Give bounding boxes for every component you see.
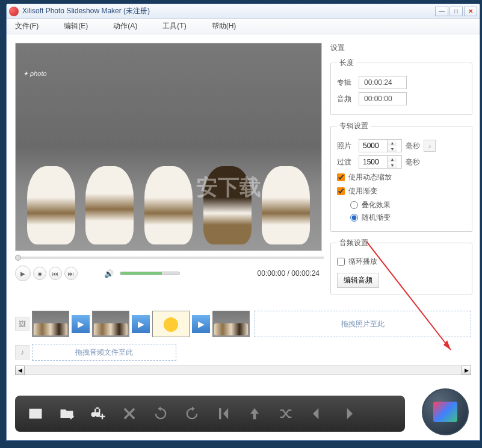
settings-heading: 设置	[330, 43, 472, 53]
timeline-thumb[interactable]	[92, 311, 129, 337]
app-window: Xilisoft Photo Slideshow Maker (未注册) — □…	[6, 4, 480, 441]
add-music-button[interactable]	[87, 403, 109, 425]
transition-marker[interactable]: ▶	[132, 315, 150, 333]
minimize-button[interactable]: —	[435, 7, 448, 16]
settings-panel: 设置 长度 专辑 00:00:24 音频 00:00:00 专辑设置 照片	[328, 34, 480, 440]
spin-down[interactable]: ▼	[388, 146, 397, 152]
spin-up[interactable]: ▲	[388, 156, 397, 162]
photo-duration-label: 照片	[337, 141, 355, 151]
photo-duration-input[interactable]	[359, 140, 387, 151]
prev-button[interactable]: ⏮	[49, 267, 62, 280]
playback-controls: ▶ ■ ⏮ ⏭ 🔊 00:00:00 / 00:00:24	[15, 266, 324, 281]
titlebar[interactable]: Xilisoft Photo Slideshow Maker (未注册) — □…	[7, 4, 480, 19]
overlay-radio[interactable]	[350, 201, 358, 209]
export-button[interactable]	[422, 388, 469, 435]
menubar: 文件(F) 编辑(E) 动作(A) 工具(T) 帮助(H)	[7, 19, 480, 34]
length-fieldset: 长度 专辑 00:00:24 音频 00:00:00	[330, 58, 472, 115]
random-label: 随机渐变	[362, 213, 391, 223]
audio-label: 音频	[337, 94, 355, 104]
fade-label: 使用渐变	[348, 186, 377, 196]
transition-duration-spinner[interactable]: ▲▼	[359, 155, 402, 169]
photo-drop-zone[interactable]: 拖拽照片至此	[255, 311, 471, 337]
move-up-button[interactable]	[244, 403, 265, 425]
watermark-text: 安下载	[196, 173, 261, 202]
puppy-image	[262, 166, 310, 244]
puppy-image	[144, 166, 193, 244]
spin-down[interactable]: ▼	[388, 162, 397, 168]
spin-up[interactable]: ▲	[388, 140, 397, 146]
edit-audio-button[interactable]: 编辑音频	[337, 273, 379, 288]
loop-checkbox[interactable]	[337, 258, 345, 266]
delete-button[interactable]	[119, 403, 140, 425]
audio-drop-zone[interactable]: 拖拽音频文件至此	[32, 344, 176, 361]
menu-action[interactable]: 动作(A)	[110, 20, 141, 33]
length-legend: 长度	[337, 58, 356, 68]
rotate-left-button[interactable]	[150, 403, 171, 425]
add-photo-button[interactable]	[25, 403, 46, 425]
timeline: 🖼 ▶ ▶ ▶ 拖拽照片至此 ♪ 拖拽音频文件至此 ◀ ▶	[15, 309, 471, 375]
bottom-toolbar	[15, 396, 405, 432]
audio-settings-legend: 音频设置	[337, 238, 371, 248]
album-settings-fieldset: 专辑设置 照片 ▲▼ 毫秒 ♪ 过渡 ▲▼ 毫秒	[330, 121, 472, 232]
music-icon-button[interactable]: ♪	[424, 140, 436, 152]
transition-marker[interactable]: ▶	[72, 315, 90, 333]
random-radio[interactable]	[350, 214, 358, 222]
maximize-button[interactable]: □	[450, 7, 463, 16]
add-folder-button[interactable]	[56, 403, 78, 425]
transition-unit: 毫秒	[406, 157, 420, 167]
volume-slider[interactable]	[120, 272, 180, 275]
audio-track-icon: ♪	[15, 345, 29, 359]
transition-marker[interactable]: ▶	[192, 315, 210, 333]
timeline-thumb[interactable]	[152, 311, 190, 337]
menu-help[interactable]: 帮助(H)	[208, 20, 240, 33]
loop-label: 循环播放	[348, 257, 377, 267]
scroll-right-button[interactable]: ▶	[462, 366, 471, 375]
next-button[interactable]: ⏭	[64, 267, 78, 280]
seek-bar[interactable]	[15, 255, 324, 261]
fade-checkbox[interactable]	[337, 187, 345, 195]
horizontal-scrollbar[interactable]: ◀ ▶	[15, 366, 471, 375]
transition-duration-label: 过渡	[337, 157, 355, 167]
menu-tools[interactable]: 工具(T)	[159, 20, 190, 33]
zoom-checkbox[interactable]	[337, 173, 345, 181]
zoom-label: 使用动态缩放	[348, 172, 392, 182]
move-left-button[interactable]	[306, 403, 328, 425]
move-right-button[interactable]	[338, 403, 359, 425]
timeline-thumb[interactable]	[212, 311, 250, 337]
transition-duration-input[interactable]	[359, 157, 387, 167]
close-button[interactable]: ✕	[464, 7, 477, 16]
puppy-image	[85, 166, 134, 244]
shuffle-button[interactable]	[275, 403, 297, 425]
album-label: 专辑	[337, 78, 355, 88]
export-icon	[433, 402, 457, 422]
overlay-label: 叠化效果	[362, 200, 391, 210]
stop-button[interactable]: ■	[33, 267, 46, 280]
puppy-image	[27, 166, 75, 244]
photo-duration-spinner[interactable]: ▲▼	[359, 139, 402, 152]
volume-icon[interactable]: 🔊	[104, 269, 114, 278]
album-time: 00:00:24	[359, 76, 407, 89]
app-icon	[9, 7, 19, 16]
play-button[interactable]: ▶	[15, 266, 31, 281]
scroll-left-button[interactable]: ◀	[15, 366, 25, 375]
move-first-button[interactable]	[212, 403, 234, 425]
preview-image: ✦ photo 安下载	[16, 43, 321, 250]
audio-time: 00:00:00	[359, 92, 407, 105]
rotate-right-button[interactable]	[181, 403, 203, 425]
timeline-thumb[interactable]	[32, 311, 69, 337]
audio-settings-fieldset: 音频设置 循环播放 编辑音频	[330, 238, 472, 294]
preview-panel: ✦ photo 安下载	[15, 43, 322, 251]
window-title: Xilisoft Photo Slideshow Maker (未注册)	[22, 6, 435, 16]
photo-unit: 毫秒	[406, 141, 420, 151]
album-settings-legend: 专辑设置	[337, 121, 371, 131]
menu-file[interactable]: 文件(F)	[11, 20, 42, 33]
photo-logo: ✦ photo	[23, 70, 47, 78]
menu-edit[interactable]: 编辑(E)	[60, 20, 91, 33]
time-display: 00:00:00 / 00:00:24	[258, 269, 320, 278]
photo-track-icon: 🖼	[15, 317, 29, 331]
